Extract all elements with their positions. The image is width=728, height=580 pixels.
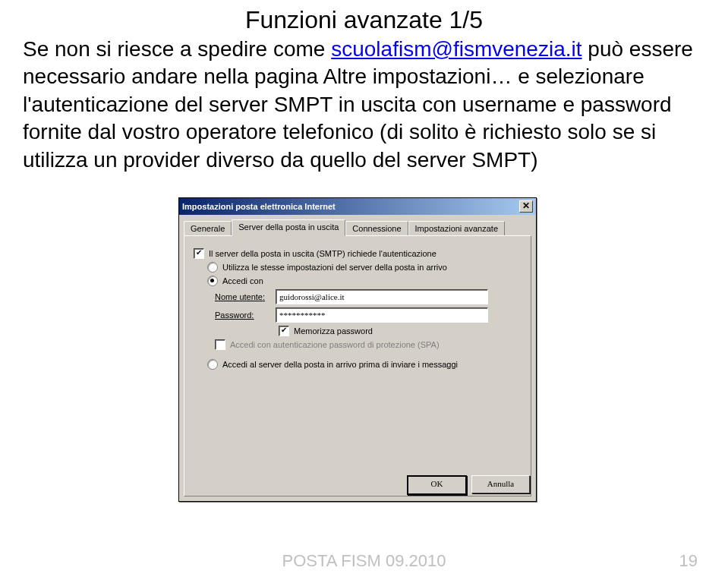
spa-row[interactable]: Accedi con autenticazione password di pr… bbox=[215, 339, 522, 350]
dialog-internet-email-settings: Impostazioni posta elettronica Internet … bbox=[178, 197, 537, 502]
radio-login-before-send[interactable] bbox=[207, 359, 218, 370]
tabs: Generale Server della posta in uscita Co… bbox=[184, 219, 531, 235]
tab-advanced[interactable]: Impostazioni avanzate bbox=[408, 221, 505, 235]
page-number: 19 bbox=[679, 551, 698, 571]
intro-text-pre: Se non si riesce a spedire come bbox=[23, 37, 331, 61]
intro-paragraph: Se non si riesce a spedire come scuolafi… bbox=[23, 36, 705, 174]
dialog-titlebar: Impostazioni posta elettronica Internet … bbox=[179, 198, 536, 215]
dialog-buttons: OK Annulla bbox=[407, 475, 530, 495]
password-row: Password: *********** bbox=[215, 307, 522, 323]
password-input[interactable]: *********** bbox=[276, 307, 488, 323]
tab-content: ✔ Il server della posta in uscita (SMTP)… bbox=[184, 235, 531, 496]
username-label: Nome utente: bbox=[215, 292, 276, 301]
remember-password-row[interactable]: ✔ Memorizza password bbox=[279, 326, 522, 336]
username-row: Nome utente: guidorossi@alice.it bbox=[215, 289, 522, 304]
checkbox-spa[interactable] bbox=[215, 339, 225, 350]
radio-login-before-send-label: Accedi al server della posta in arrivo p… bbox=[222, 360, 458, 369]
close-icon[interactable]: ✕ bbox=[519, 200, 533, 213]
checkbox-remember-password[interactable]: ✔ bbox=[279, 326, 289, 336]
password-label: Password: bbox=[215, 310, 276, 320]
remember-password-label: Memorizza password bbox=[294, 326, 373, 336]
radio-login-before-send-row[interactable]: Accedi al server della posta in arrivo p… bbox=[207, 359, 522, 370]
tab-outgoing-server[interactable]: Server della posta in uscita bbox=[232, 219, 345, 236]
radio-login-with-row[interactable]: Accedi con bbox=[207, 276, 522, 286]
radio-login-with[interactable] bbox=[207, 276, 218, 286]
spa-label: Accedi con autenticazione password di pr… bbox=[230, 340, 440, 349]
radio-same-settings[interactable] bbox=[207, 262, 218, 273]
username-input[interactable]: guidorossi@alice.it bbox=[276, 289, 488, 304]
page-title: Funzioni avanzate 1/5 bbox=[0, 6, 728, 34]
smtp-auth-label: Il server della posta in uscita (SMTP) r… bbox=[209, 249, 436, 258]
intro-email-link[interactable]: scuolafism@fismvenezia.it bbox=[331, 37, 581, 61]
tab-connection[interactable]: Connessione bbox=[345, 221, 408, 235]
radio-same-settings-label: Utilizza le stesse impostazioni del serv… bbox=[222, 263, 447, 272]
ok-button[interactable]: OK bbox=[407, 475, 467, 495]
footer-text: POSTA FISM 09.2010 bbox=[0, 551, 728, 571]
smtp-auth-row[interactable]: ✔ Il server della posta in uscita (SMTP)… bbox=[194, 248, 522, 259]
checkbox-smtp-auth[interactable]: ✔ bbox=[194, 248, 204, 259]
cancel-button[interactable]: Annulla bbox=[471, 475, 530, 493]
radio-login-with-label: Accedi con bbox=[222, 276, 263, 285]
tab-general[interactable]: Generale bbox=[184, 221, 232, 235]
radio-same-settings-row[interactable]: Utilizza le stesse impostazioni del serv… bbox=[207, 262, 522, 273]
dialog-title: Impostazioni posta elettronica Internet bbox=[182, 202, 336, 211]
